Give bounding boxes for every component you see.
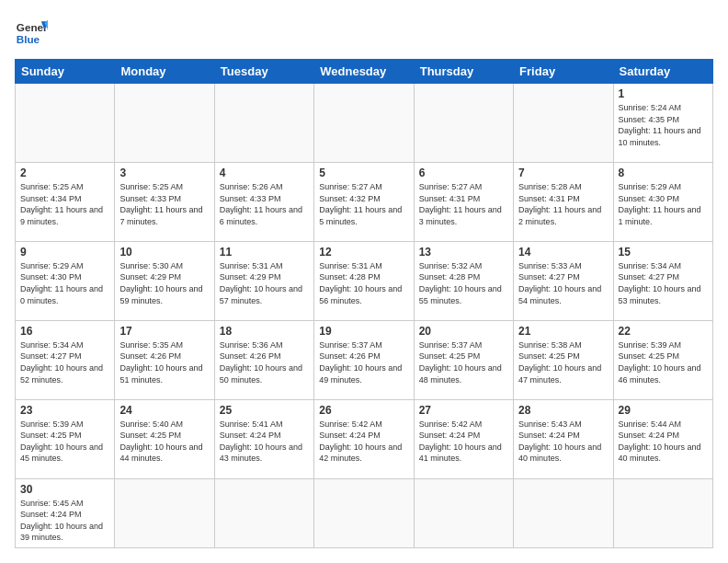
day-number: 18 xyxy=(220,325,309,338)
day-number: 9 xyxy=(20,246,109,259)
day-number: 20 xyxy=(419,325,508,338)
calendar-cell: 22Sunrise: 5:39 AM Sunset: 4:25 PM Dayli… xyxy=(613,320,712,399)
day-number: 30 xyxy=(20,483,109,496)
calendar-cell xyxy=(115,478,214,547)
calendar-cell: 6Sunrise: 5:27 AM Sunset: 4:31 PM Daylig… xyxy=(414,162,513,241)
calendar-week-row: 2Sunrise: 5:25 AM Sunset: 4:34 PM Daylig… xyxy=(16,162,713,241)
day-number: 16 xyxy=(20,325,109,338)
calendar-cell: 3Sunrise: 5:25 AM Sunset: 4:33 PM Daylig… xyxy=(115,162,214,241)
day-info: Sunrise: 5:31 AM Sunset: 4:28 PM Dayligh… xyxy=(319,260,408,306)
calendar-cell: 15Sunrise: 5:34 AM Sunset: 4:27 PM Dayli… xyxy=(613,241,712,320)
calendar-table: SundayMondayTuesdayWednesdayThursdayFrid… xyxy=(15,59,713,548)
calendar-cell: 8Sunrise: 5:29 AM Sunset: 4:30 PM Daylig… xyxy=(613,162,712,241)
weekday-header-row: SundayMondayTuesdayWednesdayThursdayFrid… xyxy=(16,60,713,84)
weekday-header-tuesday: Tuesday xyxy=(214,60,313,84)
calendar-cell: 12Sunrise: 5:31 AM Sunset: 4:28 PM Dayli… xyxy=(314,241,414,320)
day-number: 12 xyxy=(319,246,408,259)
calendar-week-row: 23Sunrise: 5:39 AM Sunset: 4:25 PM Dayli… xyxy=(16,399,713,478)
calendar-cell: 9Sunrise: 5:29 AM Sunset: 4:30 PM Daylig… xyxy=(16,241,115,320)
day-number: 5 xyxy=(319,167,408,179)
day-info: Sunrise: 5:35 AM Sunset: 4:26 PM Dayligh… xyxy=(119,339,209,385)
calendar-cell: 23Sunrise: 5:39 AM Sunset: 4:25 PM Dayli… xyxy=(16,399,115,478)
calendar-cell: 24Sunrise: 5:40 AM Sunset: 4:25 PM Dayli… xyxy=(115,399,214,478)
calendar-cell: 18Sunrise: 5:36 AM Sunset: 4:26 PM Dayli… xyxy=(214,320,313,399)
calendar-cell xyxy=(314,84,414,163)
calendar-cell: 29Sunrise: 5:44 AM Sunset: 4:24 PM Dayli… xyxy=(613,399,712,478)
calendar-cell: 27Sunrise: 5:42 AM Sunset: 4:24 PM Dayli… xyxy=(414,399,513,478)
day-number: 8 xyxy=(619,167,708,179)
calendar-cell xyxy=(115,84,214,163)
calendar-cell: 14Sunrise: 5:33 AM Sunset: 4:27 PM Dayli… xyxy=(514,241,613,320)
day-info: Sunrise: 5:27 AM Sunset: 4:31 PM Dayligh… xyxy=(419,181,508,227)
day-info: Sunrise: 5:37 AM Sunset: 4:25 PM Dayligh… xyxy=(419,339,508,385)
calendar-cell: 11Sunrise: 5:31 AM Sunset: 4:29 PM Dayli… xyxy=(214,241,313,320)
day-number: 29 xyxy=(619,404,708,417)
calendar-cell: 5Sunrise: 5:27 AM Sunset: 4:32 PM Daylig… xyxy=(314,162,414,241)
calendar-cell: 4Sunrise: 5:26 AM Sunset: 4:33 PM Daylig… xyxy=(214,162,313,241)
day-info: Sunrise: 5:39 AM Sunset: 4:25 PM Dayligh… xyxy=(20,419,109,465)
day-number: 28 xyxy=(518,404,608,417)
calendar-cell: 2Sunrise: 5:25 AM Sunset: 4:34 PM Daylig… xyxy=(16,162,115,241)
day-info: Sunrise: 5:34 AM Sunset: 4:27 PM Dayligh… xyxy=(619,260,708,306)
day-info: Sunrise: 5:42 AM Sunset: 4:24 PM Dayligh… xyxy=(419,419,508,465)
calendar-week-row: 9Sunrise: 5:29 AM Sunset: 4:30 PM Daylig… xyxy=(16,241,713,320)
day-number: 2 xyxy=(20,167,109,179)
day-info: Sunrise: 5:27 AM Sunset: 4:32 PM Dayligh… xyxy=(319,181,408,227)
day-number: 15 xyxy=(619,246,708,259)
calendar-cell: 10Sunrise: 5:30 AM Sunset: 4:29 PM Dayli… xyxy=(115,241,214,320)
day-info: Sunrise: 5:30 AM Sunset: 4:29 PM Dayligh… xyxy=(119,260,209,306)
calendar-cell: 20Sunrise: 5:37 AM Sunset: 4:25 PM Dayli… xyxy=(414,320,513,399)
day-info: Sunrise: 5:34 AM Sunset: 4:27 PM Dayligh… xyxy=(20,339,109,385)
day-info: Sunrise: 5:25 AM Sunset: 4:33 PM Dayligh… xyxy=(119,181,209,227)
day-number: 24 xyxy=(119,404,209,417)
day-info: Sunrise: 5:31 AM Sunset: 4:29 PM Dayligh… xyxy=(220,260,309,306)
day-info: Sunrise: 5:33 AM Sunset: 4:27 PM Dayligh… xyxy=(518,260,608,306)
day-number: 3 xyxy=(119,167,209,179)
day-info: Sunrise: 5:29 AM Sunset: 4:30 PM Dayligh… xyxy=(619,181,708,227)
calendar-cell: 17Sunrise: 5:35 AM Sunset: 4:26 PM Dayli… xyxy=(115,320,214,399)
day-number: 17 xyxy=(119,325,209,338)
day-number: 25 xyxy=(220,404,309,417)
day-number: 6 xyxy=(419,167,508,179)
calendar-week-row: 30Sunrise: 5:45 AM Sunset: 4:24 PM Dayli… xyxy=(16,478,713,547)
calendar-cell xyxy=(613,478,712,547)
calendar-cell xyxy=(314,478,414,547)
calendar-cell xyxy=(414,84,513,163)
day-info: Sunrise: 5:25 AM Sunset: 4:34 PM Dayligh… xyxy=(20,181,109,227)
day-number: 1 xyxy=(619,87,708,100)
page: General Blue SundayMondayTuesdayWednesda… xyxy=(0,0,728,563)
day-number: 4 xyxy=(220,167,309,179)
day-info: Sunrise: 5:43 AM Sunset: 4:24 PM Dayligh… xyxy=(518,419,608,465)
weekday-header-saturday: Saturday xyxy=(613,60,712,84)
day-info: Sunrise: 5:32 AM Sunset: 4:28 PM Dayligh… xyxy=(419,260,508,306)
calendar-cell xyxy=(514,84,613,163)
calendar-cell: 7Sunrise: 5:28 AM Sunset: 4:31 PM Daylig… xyxy=(514,162,613,241)
weekday-header-thursday: Thursday xyxy=(414,60,513,84)
calendar-cell xyxy=(414,478,513,547)
weekday-header-sunday: Sunday xyxy=(16,60,115,84)
calendar-cell xyxy=(16,84,115,163)
day-info: Sunrise: 5:38 AM Sunset: 4:25 PM Dayligh… xyxy=(518,339,608,385)
weekday-header-wednesday: Wednesday xyxy=(314,60,414,84)
day-info: Sunrise: 5:29 AM Sunset: 4:30 PM Dayligh… xyxy=(20,260,109,306)
day-info: Sunrise: 5:45 AM Sunset: 4:24 PM Dayligh… xyxy=(20,498,109,544)
day-number: 26 xyxy=(319,404,408,417)
day-info: Sunrise: 5:37 AM Sunset: 4:26 PM Dayligh… xyxy=(319,339,408,385)
day-number: 23 xyxy=(20,404,109,417)
day-number: 19 xyxy=(319,325,408,338)
day-info: Sunrise: 5:40 AM Sunset: 4:25 PM Dayligh… xyxy=(119,419,209,465)
calendar-week-row: 16Sunrise: 5:34 AM Sunset: 4:27 PM Dayli… xyxy=(16,320,713,399)
calendar-cell: 21Sunrise: 5:38 AM Sunset: 4:25 PM Dayli… xyxy=(514,320,613,399)
day-info: Sunrise: 5:26 AM Sunset: 4:33 PM Dayligh… xyxy=(220,181,309,227)
weekday-header-friday: Friday xyxy=(514,60,613,84)
day-info: Sunrise: 5:36 AM Sunset: 4:26 PM Dayligh… xyxy=(220,339,309,385)
day-info: Sunrise: 5:39 AM Sunset: 4:25 PM Dayligh… xyxy=(619,339,708,385)
day-info: Sunrise: 5:44 AM Sunset: 4:24 PM Dayligh… xyxy=(619,419,708,465)
calendar-cell: 28Sunrise: 5:43 AM Sunset: 4:24 PM Dayli… xyxy=(514,399,613,478)
day-number: 7 xyxy=(518,167,608,179)
calendar-cell xyxy=(214,84,313,163)
svg-text:Blue: Blue xyxy=(17,33,40,45)
day-number: 21 xyxy=(518,325,608,338)
day-number: 14 xyxy=(518,246,608,259)
calendar-cell xyxy=(514,478,613,547)
